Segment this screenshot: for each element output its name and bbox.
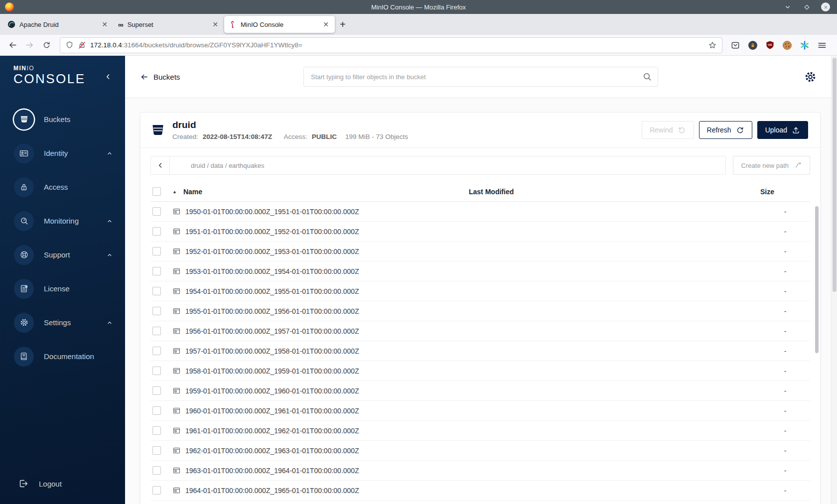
table-row[interactable]: 1951-01-01T00:00:00.000Z_1952-01-01T00:0… [150, 222, 810, 242]
row-checkbox[interactable] [152, 386, 161, 395]
row-checkbox[interactable] [152, 327, 161, 335]
tab-superset[interactable]: ∞ Superset ✕ [114, 16, 224, 33]
rewind-icon [678, 126, 686, 134]
table-row[interactable]: 1952-01-01T00:00:00.000Z_1953-01-01T00:0… [150, 242, 810, 261]
back-to-buckets-link[interactable]: Buckets [140, 73, 180, 81]
table-row[interactable]: 1964-01-01T00:00:00.000Z_1965-01-01T00:0… [150, 481, 810, 501]
window-minimize-icon[interactable] [783, 2, 792, 11]
table-row[interactable]: 1963-01-01T00:00:00.000Z_1964-01-01T00:0… [150, 461, 810, 481]
row-checkbox[interactable] [152, 207, 161, 216]
new-tab-button[interactable]: + [340, 19, 346, 30]
row-checkbox[interactable] [152, 307, 161, 315]
table-scrollbar-thumb[interactable] [815, 206, 819, 353]
privacy-extension-icon[interactable] [748, 40, 758, 50]
tab-label: Superset [128, 21, 211, 28]
chevron-up-icon[interactable] [106, 218, 113, 225]
console-settings-gear-icon[interactable] [804, 70, 817, 84]
chevron-up-icon[interactable] [106, 252, 113, 258]
row-checkbox[interactable] [152, 486, 161, 495]
tab-close-icon[interactable]: ✕ [100, 20, 109, 28]
pocket-icon[interactable] [730, 40, 740, 50]
sidebar-item-documentation[interactable]: Documentation [0, 340, 125, 374]
object-filter-input[interactable] [303, 67, 658, 87]
bucket-header: druid Created: 2022-08-15T14:08:47Z Acce… [140, 113, 820, 148]
sidebar-item-label: License [44, 284, 70, 293]
row-checkbox[interactable] [152, 367, 161, 375]
sidebar-collapse-icon[interactable] [104, 73, 112, 81]
object-name: 1952-01-01T00:00:00.000Z_1953-01-01T00:0… [185, 248, 359, 255]
table-row[interactable]: 1958-01-01T00:00:00.000Z_1959-01-01T00:0… [150, 361, 810, 381]
bookmark-star-icon[interactable] [708, 41, 717, 50]
row-checkbox[interactable] [152, 347, 161, 355]
table-row[interactable]: 1957-01-01T00:00:00.000Z_1958-01-01T00:0… [150, 341, 810, 361]
tracking-shield-icon[interactable] [65, 41, 74, 49]
object-name: 1960-01-01T00:00:00.000Z_1961-01-01T00:0… [185, 407, 359, 415]
tab-label: MinIO Console [241, 21, 321, 28]
object-size: - [760, 228, 810, 236]
object-file-icon [172, 466, 181, 475]
sidebar-item-license[interactable]: License [0, 272, 125, 306]
create-new-path-button[interactable]: Create new path [733, 156, 810, 175]
table-row[interactable]: 1959-01-01T00:00:00.000Z_1960-01-01T00:0… [150, 381, 810, 401]
object-file-icon [172, 327, 181, 335]
extension-asterisk-icon[interactable] [800, 40, 810, 50]
ublock-origin-icon[interactable]: UO [765, 40, 775, 50]
tab-minio-console[interactable]: MinIO Console ✕ [224, 16, 335, 33]
url-path: :31664/buckets/druid/browse/ZGF0YS9lYXJ0… [122, 41, 302, 49]
sidebar-item-label: Identity [44, 149, 68, 157]
select-all-checkbox[interactable] [152, 187, 161, 196]
row-checkbox[interactable] [152, 227, 161, 236]
row-checkbox[interactable] [152, 426, 161, 435]
table-row[interactable]: 1953-01-01T00:00:00.000Z_1954-01-01T00:0… [150, 261, 810, 281]
window-close-icon[interactable] [821, 2, 830, 11]
sidebar-item-identity[interactable]: Identity [0, 136, 125, 170]
table-header-row: ▲ Name Last Modified Size [150, 182, 810, 202]
refresh-button[interactable]: Refresh [699, 121, 752, 139]
window-maximize-icon[interactable] [802, 2, 811, 11]
rewind-button[interactable]: Rewind [642, 121, 694, 139]
back-button[interactable] [5, 38, 20, 53]
sort-asc-icon[interactable]: ▲ [172, 189, 177, 194]
upload-label: Upload [765, 126, 787, 134]
chevron-up-icon[interactable] [106, 319, 113, 326]
table-row[interactable]: 1956-01-01T00:00:00.000Z_1957-01-01T00:0… [150, 321, 810, 341]
table-row[interactable]: 1962-01-01T00:00:00.000Z_1963-01-01T00:0… [150, 441, 810, 461]
object-size: - [760, 407, 810, 415]
row-checkbox[interactable] [152, 466, 161, 475]
tab-close-icon[interactable]: ✕ [321, 20, 330, 28]
sidebar-item-monitoring[interactable]: Monitoring [0, 204, 125, 238]
sidebar-item-logout[interactable]: Logout [0, 478, 125, 504]
object-file-icon [172, 426, 181, 435]
table-row[interactable]: 1950-01-01T00:00:00.000Z_1951-01-01T00:0… [150, 202, 810, 222]
url-bar[interactable]: 172.18.0.4:31664/buckets/druid/browse/ZG… [60, 37, 722, 53]
license-icon [14, 279, 34, 299]
column-header-name: Name [183, 188, 202, 196]
row-checkbox[interactable] [152, 406, 161, 415]
sidebar-item-support[interactable]: Support [0, 238, 125, 272]
table-row[interactable]: 1955-01-01T00:00:00.000Z_1956-01-01T00:0… [150, 301, 810, 321]
row-checkbox[interactable] [152, 287, 161, 295]
forward-button[interactable] [22, 38, 37, 53]
upload-button[interactable]: Upload [757, 121, 808, 139]
row-checkbox[interactable] [152, 247, 161, 255]
hamburger-menu-icon[interactable] [817, 40, 827, 50]
path-back-chevron-icon[interactable] [151, 156, 170, 174]
object-size: - [760, 347, 810, 355]
tab-close-icon[interactable]: ✕ [211, 20, 220, 28]
chevron-up-icon[interactable] [106, 150, 113, 157]
tab-apache-druid[interactable]: Apache Druid ✕ [3, 16, 114, 33]
table-row[interactable]: 1961-01-01T00:00:00.000Z_1962-01-01T00:0… [150, 421, 810, 441]
cookie-extension-icon[interactable] [782, 40, 792, 50]
sidebar-item-access[interactable]: Access [0, 170, 125, 204]
object-size: - [760, 367, 810, 375]
page-scrollbar-thumb[interactable] [833, 58, 837, 292]
table-row[interactable]: 1960-01-01T00:00:00.000Z_1961-01-01T00:0… [150, 401, 810, 421]
brand-light: IO [27, 65, 35, 72]
table-row[interactable]: 1954-01-01T00:00:00.000Z_1955-01-01T00:0… [150, 281, 810, 301]
sidebar-item-buckets[interactable]: Buckets [0, 103, 125, 136]
row-checkbox[interactable] [152, 267, 161, 275]
sidebar-item-settings[interactable]: Settings [0, 306, 125, 340]
insecure-lock-icon[interactable] [78, 41, 86, 49]
row-checkbox[interactable] [152, 446, 161, 455]
reload-button[interactable] [39, 38, 54, 53]
